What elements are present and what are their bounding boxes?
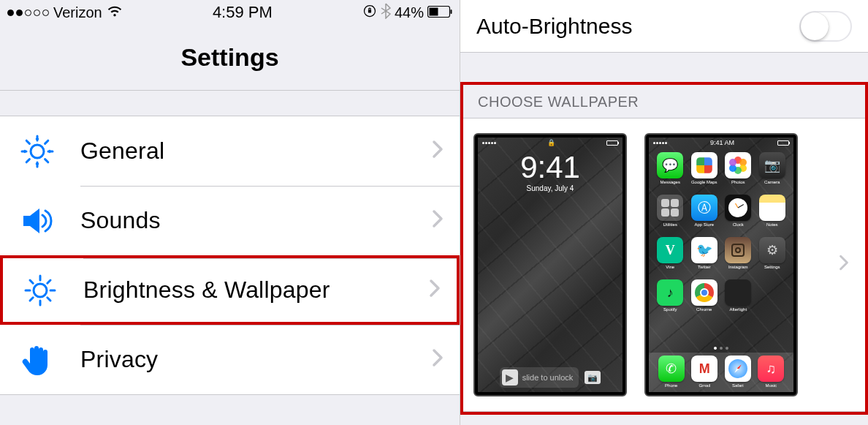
chevron-right-icon [429,278,441,303]
svg-rect-1 [368,10,371,12]
settings-row-general[interactable]: General [0,116,460,186]
app-messages: 💬Messages [655,152,686,192]
chevron-right-icon [432,139,443,164]
row-label: Brightness & Wallpaper [83,277,429,304]
app-chrome: Chrome [689,279,720,319]
signal-icon [653,142,667,144]
settings-row-sounds[interactable]: Sounds [0,186,460,255]
app-camera: 📷Camera [757,152,788,192]
dock-safari: Safari [725,356,751,388]
camera-icon: 📷 [585,371,601,384]
carrier-label: Verizon [53,4,102,21]
lock-screen-preview[interactable]: 🔒 9:41 Sunday, July 4 ▶ slide to unlock … [473,133,627,396]
app-utilities: Utilities [655,195,686,234]
chevron-right-icon [432,208,443,233]
page-title: Settings [180,43,278,72]
speaker-icon [16,200,58,242]
lock-icon: 🔒 [547,139,555,146]
chevron-right-icon [839,253,849,277]
settings-row-brightness-wallpaper[interactable]: Brightness & Wallpaper [0,255,460,325]
arrow-right-icon: ▶ [502,369,518,385]
svg-rect-4 [451,10,452,14]
auto-brightness-label: Auto-Brightness [476,14,632,39]
app-twitter: 🐦Twitter [689,237,720,277]
app-instagram: Instagram [723,237,754,277]
app-vine: VVine [655,237,686,277]
battery-icon [427,4,452,21]
auto-brightness-row: Auto-Brightness [460,0,868,53]
app-app-store: ⒶApp Store [689,195,720,234]
choose-wallpaper-section: CHOOSE WALLPAPER 🔒 9:41 Sunday, July 4 [460,82,868,415]
app-photos: Photos [723,152,754,192]
settings-screen: Verizon 4:59 PM 44% Settings [0,0,460,425]
auto-brightness-toggle[interactable] [799,11,852,42]
row-label: General [80,138,432,165]
settings-list: General Sounds Brightness & Wallpaper [0,116,460,395]
rotation-lock-icon [362,4,377,22]
lock-date: Sunday, July 4 [478,184,623,192]
app-clock: Clock [723,195,754,234]
app-google-maps: Google Maps [689,152,720,192]
page-title-bar: Settings [0,25,460,91]
wifi-icon [107,3,123,23]
chevron-right-icon [432,347,443,372]
page-indicator [649,344,793,353]
dock-phone: ✆Phone [658,356,685,388]
battery-icon [777,140,789,146]
app-spotify: ♪Spotify [655,279,686,319]
clock-label: 4:59 PM [213,3,273,22]
bluetooth-icon [381,3,391,23]
row-label: Privacy [80,346,432,373]
app-notes: Notes [757,195,788,234]
choose-wallpaper-row[interactable]: 🔒 9:41 Sunday, July 4 ▶ slide to unlock … [463,118,865,412]
app-afterlight: Afterlight [723,279,754,319]
dock-music: ♫Music [758,356,784,388]
dock-gmail: MGmail [691,356,717,388]
battery-icon [606,140,618,146]
home-screen-preview[interactable]: 9:41 AM 💬Messages Google Maps Photos 📷Ca… [644,133,798,396]
gear-icon [16,130,58,173]
slide-to-unlock: ▶ slide to unlock [500,367,579,388]
battery-percent-label: 44% [395,4,424,21]
brightness-icon [19,269,61,312]
dock: ✆Phone MGmail Safari ♫Music [649,353,793,392]
status-bar: Verizon 4:59 PM 44% [0,0,460,25]
svg-point-6 [34,284,47,297]
settings-row-privacy[interactable]: Privacy [0,325,460,394]
app-settings: ⚙Settings [757,237,788,277]
svg-point-5 [31,145,44,158]
row-label: Sounds [80,207,432,234]
section-header: CHOOSE WALLPAPER [463,85,865,118]
status-time: 9:41 AM [710,139,734,146]
lock-time: 9:41 [478,152,623,183]
hand-icon [16,339,58,381]
svg-rect-3 [430,7,438,15]
brightness-wallpaper-screen: Auto-Brightness CHOOSE WALLPAPER 🔒 9:41 … [460,0,868,425]
slide-text: slide to unlock [522,373,574,382]
signal-icon [482,142,496,144]
signal-strength-icon [7,10,49,16]
